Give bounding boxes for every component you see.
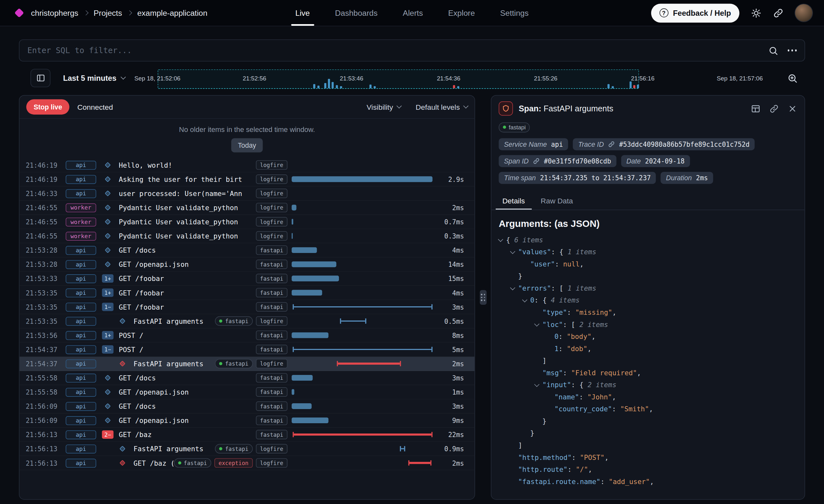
trace-row[interactable]: 21:56:09apiGET /docsfastapi3ms [19, 399, 475, 414]
tag-pill-fastapi[interactable]: fastapi [256, 430, 288, 439]
nav-tab-alerts[interactable]: Alerts [403, 0, 423, 26]
tag-pill-fastapi[interactable]: fastapi [256, 274, 288, 283]
tag-pill-fastapi[interactable]: fastapi [215, 444, 253, 453]
tag-pill-fastapi[interactable]: fastapi [256, 373, 288, 383]
timeline[interactable]: Sep 18, 21:52:0621:52:5621:53:4621:54:36… [138, 66, 782, 90]
search-icon[interactable] [768, 45, 778, 56]
service-tag[interactable]: api [66, 331, 96, 340]
service-tag[interactable]: api [66, 416, 96, 425]
tag-pill-fastapi[interactable]: fastapi [256, 245, 288, 255]
service-tag[interactable]: api [66, 345, 96, 354]
close-icon[interactable] [788, 104, 797, 113]
collapse-caret-icon[interactable] [522, 297, 527, 302]
trace-row[interactable]: 21:46:55workerPydantic User validate_pyt… [19, 229, 475, 243]
stop-live-button[interactable]: Stop live [26, 99, 70, 115]
service-tag[interactable]: worker [66, 203, 96, 212]
service-tag[interactable]: api [66, 402, 96, 411]
tag-pill-fastapi[interactable]: fastapi [215, 359, 253, 369]
trace-row[interactable]: 21:46:19apiAsking the user for their bir… [19, 173, 475, 187]
tag-pill-fastapi[interactable]: fastapi [499, 122, 530, 132]
trace-row[interactable]: 21:55:58apiGET /docsfastapi3ms [19, 371, 475, 385]
tag-pill-fastapi[interactable]: fastapi [256, 260, 288, 269]
tag-pill-logfire[interactable]: logfire [256, 160, 288, 170]
visibility-dropdown[interactable]: Visibility [367, 103, 401, 111]
nav-tab-explore[interactable]: Explore [448, 0, 475, 26]
children-toggle-badge[interactable]: 1− [102, 345, 113, 354]
timeline-selection[interactable] [158, 70, 639, 89]
default-levels-dropdown[interactable]: Default levels [416, 103, 468, 111]
share-link-icon[interactable] [773, 8, 784, 18]
service-tag[interactable]: api [66, 245, 96, 255]
user-avatar[interactable] [795, 4, 812, 21]
tag-pill-logfire[interactable]: logfire [256, 444, 288, 453]
tag-pill-fastapi[interactable]: fastapi [256, 387, 288, 397]
tab-details[interactable]: Details [496, 192, 532, 209]
tag-pill-logfire[interactable]: logfire [256, 458, 288, 468]
trace-row[interactable]: 21:56:09apiGET /openapi.jsonfastapi9ms [19, 414, 475, 428]
link-icon[interactable] [608, 141, 615, 147]
more-options-icon[interactable] [788, 49, 797, 52]
service-tag[interactable]: api [66, 444, 96, 453]
tag-pill-fastapi[interactable]: fastapi [256, 415, 288, 425]
trace-row[interactable]: 21:53:56api1+POST /fastapi8ms [19, 328, 475, 342]
service-tag[interactable]: worker [66, 217, 96, 226]
collapse-caret-icon[interactable] [510, 285, 515, 290]
tag-pill-fastapi[interactable]: fastapi [256, 288, 288, 297]
service-tag[interactable]: api [66, 359, 96, 368]
tag-pill-logfire[interactable]: logfire [256, 217, 288, 226]
service-tag[interactable]: api [66, 458, 96, 467]
service-tag[interactable]: api [66, 161, 96, 170]
service-tag[interactable]: api [66, 189, 96, 198]
link-icon[interactable] [533, 158, 539, 164]
trace-row[interactable]: 21:53:35apiFastAPI argumentsfastapilogfi… [19, 314, 475, 328]
tag-pill-fastapi[interactable]: fastapi [256, 401, 288, 411]
tag-pill-fastapi[interactable]: fastapi [174, 458, 211, 468]
trace-row[interactable]: 21:53:33api1+GET /foobarfastapi15ms [19, 272, 475, 286]
copy-link-icon[interactable] [769, 104, 779, 113]
tag-pill-logfire[interactable]: logfire [256, 231, 288, 241]
trace-row[interactable]: 21:46:55workerPydantic User validate_pyt… [19, 215, 475, 229]
service-tag[interactable]: worker [66, 231, 96, 240]
theme-toggle-icon[interactable] [751, 8, 761, 18]
zoom-in-icon[interactable] [787, 73, 798, 83]
trace-row[interactable]: 21:53:28apiGET /docsfastapi4ms [19, 243, 475, 258]
trace-row[interactable]: 21:56:13apiGET /baz (fofastapiexceptionl… [19, 456, 475, 470]
tag-pill-fastapi[interactable]: fastapi [256, 302, 288, 312]
children-toggle-badge[interactable]: 1− [102, 303, 113, 311]
trace-row[interactable]: 21:56:13apiFastAPI argumentsfastapilogfi… [19, 442, 475, 456]
nav-tab-settings[interactable]: Settings [500, 0, 528, 26]
service-tag[interactable]: api [66, 260, 96, 269]
sql-filter-input[interactable] [27, 46, 759, 55]
collapse-caret-icon[interactable] [498, 237, 503, 242]
trace-row[interactable]: 21:54:37api1−POST /fastapi5ms [19, 342, 475, 357]
collapse-caret-icon[interactable] [534, 382, 539, 387]
trace-row[interactable]: 21:46:33apiuser processed: User(name='An… [19, 187, 475, 201]
trace-row[interactable]: 21:53:28apiGET /openapi.jsonfastapi14ms [19, 258, 475, 272]
service-tag[interactable]: api [66, 388, 96, 397]
service-tag[interactable]: api [66, 430, 96, 439]
trace-row[interactable]: 21:55:58apiGET /openapi.jsonfastapi1ms [19, 385, 475, 399]
service-tag[interactable]: api [66, 373, 96, 382]
trace-row[interactable]: 21:53:35api1−GET /foobarfastapi3ms [19, 300, 475, 314]
logfire-logo-icon[interactable] [14, 8, 24, 18]
service-tag[interactable]: api [66, 274, 96, 283]
children-toggle-badge[interactable]: 2− [102, 431, 113, 439]
tab-raw-data[interactable]: Raw Data [534, 192, 580, 209]
feedback-help-button[interactable]: Feedback / Help [651, 4, 739, 22]
tag-pill-exception[interactable]: exception [214, 458, 253, 468]
trace-row[interactable]: 21:46:55workerPydantic User validate_pyt… [19, 201, 475, 215]
service-tag[interactable]: api [66, 175, 96, 184]
collapse-caret-icon[interactable] [534, 321, 539, 326]
trace-row[interactable]: 21:54:37apiFastAPI argumentsfastapilogfi… [19, 357, 475, 371]
service-tag[interactable]: api [66, 288, 96, 297]
tag-pill-logfire[interactable]: logfire [256, 316, 288, 326]
children-toggle-badge[interactable]: 1+ [102, 289, 113, 297]
tag-pill-fastapi[interactable]: fastapi [256, 345, 288, 355]
service-tag[interactable]: api [66, 317, 96, 326]
service-tag[interactable]: api [66, 303, 96, 312]
children-toggle-badge[interactable]: 1+ [102, 275, 113, 283]
time-range-selector[interactable]: Last 5 minutes [63, 74, 125, 82]
tag-pill-fastapi[interactable]: fastapi [215, 316, 253, 326]
tag-pill-logfire[interactable]: logfire [256, 175, 288, 184]
nav-tab-dashboards[interactable]: Dashboards [335, 0, 378, 26]
